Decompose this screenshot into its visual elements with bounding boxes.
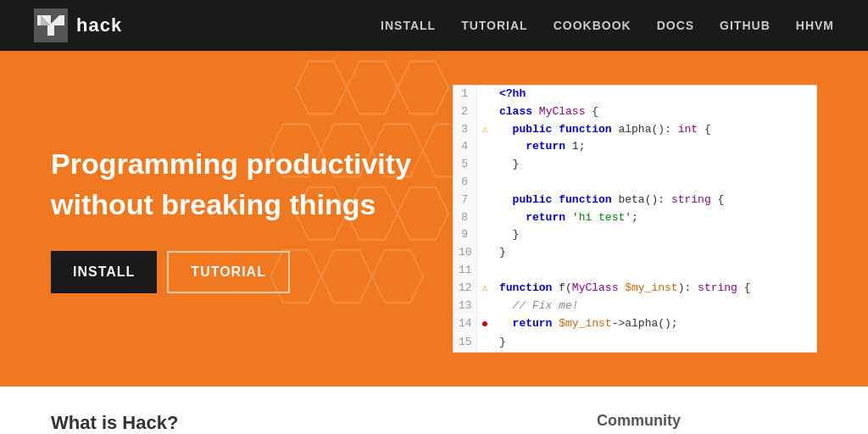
line-number: 12 [453, 280, 477, 298]
line-number: 6 [453, 174, 477, 192]
error-icon: ● [481, 317, 488, 331]
hero-title: Programming productivity without breakin… [51, 144, 419, 225]
nav-tutorial[interactable]: TUTORIAL [461, 19, 528, 32]
code-line: 4 return 1; [453, 138, 816, 156]
svg-marker-3 [296, 61, 347, 114]
line-number: 11 [453, 262, 477, 280]
code-line: 2class MyClass { [453, 103, 816, 121]
nav-github[interactable]: GITHUB [720, 19, 771, 32]
svg-marker-5 [398, 61, 448, 114]
install-button[interactable]: INSTALL [51, 251, 157, 293]
code-line: 10} [453, 244, 816, 262]
code-line: 14● return $my_inst->alpha(); [453, 314, 816, 334]
line-number: 3 [453, 121, 477, 139]
hero-right: 1<?hh2class MyClass {3⚠ public function … [453, 85, 817, 353]
what-is-hack-title: What is Hack? [51, 412, 563, 434]
content-left: What is Hack? Click here to read the off… [51, 412, 563, 434]
line-number: 15 [453, 334, 477, 352]
line-number: 8 [453, 209, 477, 227]
line-number: 2 [453, 103, 477, 121]
line-code: <?hh [492, 86, 526, 103]
logo-area: hack [34, 8, 122, 42]
line-code: } [492, 244, 506, 262]
line-code: class MyClass { [492, 103, 598, 121]
code-line: 12⚠function f(MyClass $my_inst): string … [453, 280, 816, 298]
code-panel: 1<?hh2class MyClass {3⚠ public function … [453, 85, 817, 353]
code-line: 5 } [453, 156, 816, 174]
code-line: 7 public function beta(): string { [453, 192, 816, 209]
line-indicator: ● [477, 314, 492, 334]
line-number: 1 [453, 86, 477, 103]
line-code: return $my_inst->alpha(); [492, 315, 678, 333]
line-number: 4 [453, 138, 477, 156]
line-code: public function alpha(): int { [492, 121, 711, 139]
main-content: What is Hack? Click here to read the off… [0, 387, 868, 434]
content-right: Community Hack on Twitter HHVM Blog [597, 412, 817, 434]
line-number: 14 [453, 315, 477, 333]
line-code: } [492, 226, 519, 244]
hack-logo-icon [34, 8, 68, 42]
svg-marker-4 [347, 61, 398, 114]
header: hack INSTALL TUTORIAL COOKBOOK DOCS GITH… [0, 0, 868, 51]
line-code: return 1; [492, 138, 585, 156]
nav-cookbook[interactable]: COOKBOOK [554, 19, 632, 32]
code-line: 8 return 'hi test'; [453, 209, 816, 227]
line-number: 10 [453, 244, 477, 262]
code-line: 13 // Fix me! [453, 298, 816, 315]
line-code: function f(MyClass $my_inst): string { [492, 280, 751, 298]
code-line: 1<?hh [453, 86, 816, 103]
code-line: 3⚠ public function alpha(): int { [453, 121, 816, 139]
main-nav: INSTALL TUTORIAL COOKBOOK DOCS GITHUB HH… [381, 19, 834, 32]
line-number: 5 [453, 156, 477, 174]
line-number: 7 [453, 192, 477, 209]
hero-left: Programming productivity without breakin… [51, 144, 419, 292]
line-number: 13 [453, 298, 477, 315]
hero-buttons: INSTALL TUTORIAL [51, 251, 419, 293]
nav-install[interactable]: INSTALL [381, 19, 436, 32]
community-title: Community [597, 412, 817, 430]
line-number: 9 [453, 226, 477, 244]
line-code: return 'hi test'; [492, 209, 638, 227]
code-line: 6 [453, 174, 816, 192]
nav-hhvm[interactable]: HHVM [796, 19, 834, 32]
line-indicator: ⚠ [477, 280, 492, 298]
code-line: 9 } [453, 226, 816, 244]
hero-section: Programming productivity without breakin… [0, 51, 868, 387]
line-code: } [492, 334, 506, 352]
code-line: 15} [453, 334, 816, 352]
warn-icon: ⚠ [481, 124, 487, 136]
line-code: // Fix me! [492, 298, 579, 315]
warn-icon: ⚠ [481, 282, 487, 294]
line-code: public function beta(): string { [492, 192, 724, 209]
code-line: 11 [453, 262, 816, 280]
line-code: } [492, 156, 519, 174]
logo-text: hack [76, 14, 122, 36]
line-indicator: ⚠ [477, 121, 492, 139]
tutorial-button[interactable]: TUTORIAL [167, 251, 290, 293]
nav-docs[interactable]: DOCS [657, 19, 694, 32]
